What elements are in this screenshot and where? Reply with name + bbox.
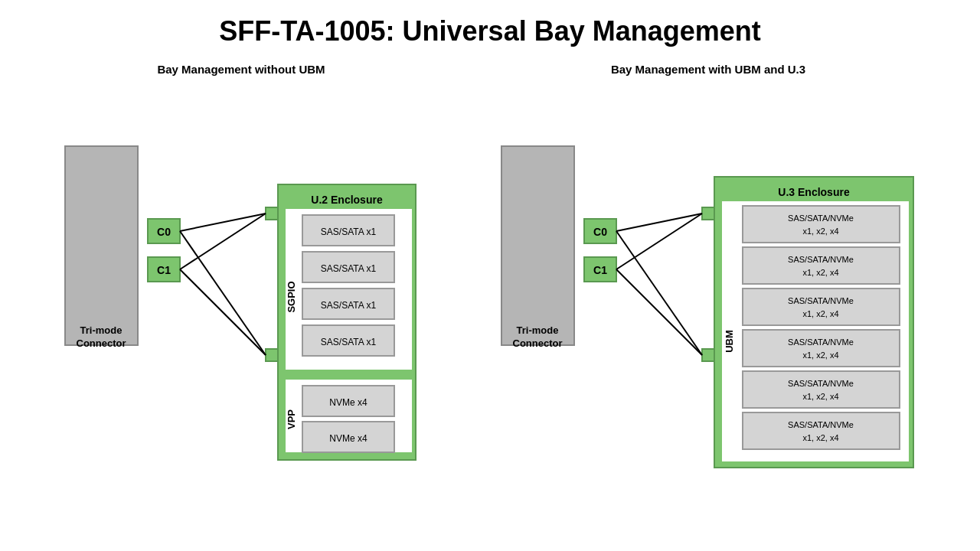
svg-rect-60 xyxy=(743,371,900,408)
svg-line-41 xyxy=(616,231,702,355)
svg-rect-38 xyxy=(702,207,714,220)
svg-text:SAS/SATA/NVMe: SAS/SATA/NVMe xyxy=(788,255,854,264)
right-diagram-body: Tri-mode Connector C0 C1 xyxy=(494,85,923,475)
left-diagram: Bay Management without UBM Tri-mode Conn… xyxy=(57,63,425,475)
svg-text:UBM: UBM xyxy=(724,330,735,353)
svg-text:SAS/SATA x1: SAS/SATA x1 xyxy=(321,263,377,274)
right-diagram: Bay Management with UBM and U.3 Tri-mode… xyxy=(494,63,923,475)
svg-rect-39 xyxy=(702,349,714,361)
svg-rect-7 xyxy=(266,207,278,220)
svg-text:SAS/SATA/NVMe: SAS/SATA/NVMe xyxy=(788,379,854,388)
left-diagram-body: Tri-mode Connector C0 C1 xyxy=(57,85,425,475)
svg-text:SAS/SATA/NVMe: SAS/SATA/NVMe xyxy=(788,420,854,429)
svg-text:U.3 Enclosure: U.3 Enclosure xyxy=(778,186,850,198)
svg-text:C1: C1 xyxy=(157,264,171,276)
svg-text:SAS/SATA/NVMe: SAS/SATA/NVMe xyxy=(788,214,854,223)
svg-rect-48 xyxy=(743,206,900,243)
svg-text:SAS/SATA x1: SAS/SATA x1 xyxy=(321,337,377,347)
svg-text:SAS/SATA x1: SAS/SATA x1 xyxy=(321,227,377,237)
svg-rect-51 xyxy=(743,247,900,284)
right-diagram-svg: Tri-mode Connector C0 C1 xyxy=(494,85,923,475)
svg-text:VPP: VPP xyxy=(286,409,297,429)
svg-text:NVMe x4: NVMe x4 xyxy=(329,397,368,408)
svg-rect-0 xyxy=(65,146,138,345)
svg-text:SGPIO: SGPIO xyxy=(286,281,297,312)
svg-line-12 xyxy=(180,269,266,355)
svg-text:SAS/SATA/NVMe: SAS/SATA/NVMe xyxy=(788,296,854,305)
svg-text:x1, x2, x4: x1, x2, x4 xyxy=(802,227,838,236)
diagrams-container: Bay Management without UBM Tri-mode Conn… xyxy=(0,63,980,475)
svg-line-10 xyxy=(180,231,266,355)
page-title: SFF-TA-1005: Universal Bay Management xyxy=(0,0,980,55)
left-diagram-title: Bay Management without UBM xyxy=(157,63,325,76)
svg-text:x1, x2, x4: x1, x2, x4 xyxy=(802,392,838,401)
svg-rect-31 xyxy=(501,146,574,345)
svg-rect-54 xyxy=(743,289,900,325)
svg-rect-63 xyxy=(743,412,900,449)
svg-line-43 xyxy=(616,269,702,355)
svg-text:x1, x2, x4: x1, x2, x4 xyxy=(802,350,838,360)
svg-text:Tri-mode: Tri-mode xyxy=(80,324,122,336)
svg-text:C0: C0 xyxy=(157,226,171,238)
right-diagram-title: Bay Management with UBM and U.3 xyxy=(611,63,805,76)
svg-text:SAS/SATA/NVMe: SAS/SATA/NVMe xyxy=(788,337,854,347)
svg-text:Tri-mode: Tri-mode xyxy=(517,324,559,336)
svg-text:NVMe x4: NVMe x4 xyxy=(329,433,368,444)
svg-rect-57 xyxy=(743,330,900,367)
svg-text:C0: C0 xyxy=(593,226,607,238)
svg-text:x1, x2, x4: x1, x2, x4 xyxy=(802,309,838,318)
svg-text:SAS/SATA x1: SAS/SATA x1 xyxy=(321,300,377,311)
svg-text:x1, x2, x4: x1, x2, x4 xyxy=(802,268,838,277)
svg-text:Connector: Connector xyxy=(513,337,563,349)
svg-text:Connector: Connector xyxy=(77,337,126,349)
svg-rect-8 xyxy=(266,349,278,361)
svg-text:x1, x2, x4: x1, x2, x4 xyxy=(802,433,838,442)
svg-text:C1: C1 xyxy=(593,264,607,276)
svg-text:U.2 Enclosure: U.2 Enclosure xyxy=(311,194,383,206)
left-diagram-svg: Tri-mode Connector C0 C1 xyxy=(57,85,425,475)
